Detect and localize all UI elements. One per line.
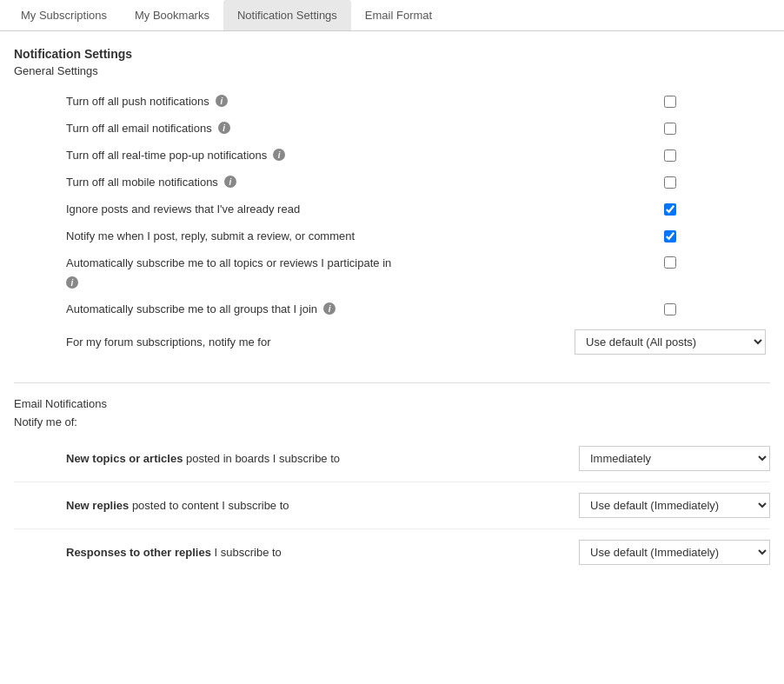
general-settings-section: Turn off all push notifications i Turn o… [14, 88, 770, 362]
new-topics-rest-label: posted in boards I subscribe to [183, 452, 340, 465]
responses-select[interactable]: Use default (Immediately) Immediately Da… [579, 540, 770, 565]
email-notifications-section: Email Notifications Notify me of: New to… [14, 397, 770, 575]
push-notifications-checkbox[interactable] [664, 96, 676, 108]
notify-label: Notify me of: [14, 415, 770, 428]
forum-subscription-select[interactable]: Use default (All posts) No posts All pos… [575, 329, 766, 355]
responses-bold-label: Responses to other replies [66, 546, 211, 559]
new-replies-bold-label: New replies [66, 499, 129, 512]
push-notifications-label: Turn off all push notifications [66, 95, 209, 108]
mobile-notifications-control [570, 176, 770, 189]
email-notifications-checkbox[interactable] [664, 123, 676, 135]
tab-my-bookmarks[interactable]: My Bookmarks [121, 0, 223, 30]
responses-rest-label: I subscribe to [211, 546, 282, 559]
mobile-notifications-checkbox[interactable] [664, 176, 676, 189]
setting-row-mobile-notifications: Turn off all mobile notifications i [14, 169, 770, 196]
forum-subscriptions-label: For my forum subscriptions, notify me fo… [66, 335, 271, 349]
auto-subscribe-groups-info-icon[interactable]: i [323, 302, 336, 315]
notify-own-posts-label: Notify me when I post, reply, submit a r… [66, 229, 355, 242]
auto-subscribe-topics-checkbox[interactable] [664, 256, 676, 269]
setting-row-push-notifications: Turn off all push notifications i [14, 88, 770, 115]
mobile-notifications-info-icon[interactable]: i [224, 176, 236, 188]
setting-row-email-notifications: Turn off all email notifications i [14, 115, 770, 142]
setting-row-auto-subscribe-groups: Automatically subscribe me to all groups… [14, 296, 770, 322]
notify-own-posts-checkbox[interactable] [664, 230, 676, 242]
new-topics-bold-label: New topics or articles [66, 452, 183, 465]
new-replies-control: Use default (Immediately) Immediately Da… [579, 493, 770, 518]
push-notifications-info-icon[interactable]: i [216, 95, 228, 107]
forum-subscriptions-control: Use default (All posts) No posts All pos… [570, 329, 770, 355]
ignore-read-label: Ignore posts and reviews that I've alrea… [66, 203, 300, 216]
general-settings-subtitle: General Settings [14, 64, 770, 77]
auto-subscribe-groups-control [570, 303, 770, 315]
auto-subscribe-groups-checkbox[interactable] [664, 303, 676, 315]
tab-bar: My Subscriptions My Bookmarks Notificati… [0, 0, 784, 31]
setting-row-popup-notifications: Turn off all real-time pop-up notificati… [14, 142, 770, 169]
tab-email-format[interactable]: Email Format [351, 0, 446, 30]
new-replies-select[interactable]: Use default (Immediately) Immediately Da… [579, 493, 770, 518]
popup-notifications-control [570, 149, 770, 162]
tab-my-subscriptions[interactable]: My Subscriptions [7, 0, 121, 30]
tab-notification-settings[interactable]: Notification Settings [223, 0, 351, 30]
email-notifications-label: Turn off all email notifications [66, 122, 212, 135]
email-row-new-topics: New topics or articles posted in boards … [14, 435, 770, 482]
mobile-notifications-label: Turn off all mobile notifications [66, 176, 218, 189]
email-notifications-info-icon[interactable]: i [218, 122, 230, 134]
email-section-title: Email Notifications [14, 397, 770, 410]
auto-subscribe-topics-info-icon[interactable]: i [66, 276, 78, 289]
popup-notifications-checkbox[interactable] [664, 149, 676, 162]
ignore-read-checkbox[interactable] [664, 203, 676, 216]
email-notifications-control [570, 123, 770, 135]
setting-row-ignore-read: Ignore posts and reviews that I've alrea… [14, 196, 770, 222]
ignore-read-control [570, 203, 770, 216]
setting-row-notify-own-posts: Notify me when I post, reply, submit a r… [14, 222, 770, 249]
new-topics-select[interactable]: Immediately Daily Weekly Never [579, 446, 770, 471]
notify-own-posts-control [570, 230, 770, 242]
auto-subscribe-topics-label: Automatically subscribe me to all topics… [66, 256, 391, 269]
auto-subscribe-topics-control [570, 256, 770, 269]
auto-subscribe-groups-label: Automatically subscribe me to all groups… [66, 302, 317, 315]
setting-row-auto-subscribe-topics: Automatically subscribe me to all topics… [14, 249, 770, 296]
new-topics-control: Immediately Daily Weekly Never [579, 446, 770, 471]
setting-row-forum-subscriptions: For my forum subscriptions, notify me fo… [14, 322, 770, 362]
main-content: Notification Settings General Settings T… [0, 31, 784, 591]
popup-notifications-label: Turn off all real-time pop-up notificati… [66, 149, 267, 162]
email-row-new-replies: New replies posted to content I subscrib… [14, 482, 770, 529]
popup-notifications-info-icon[interactable]: i [273, 149, 285, 161]
push-notifications-control [570, 96, 770, 108]
divider-email [14, 382, 770, 383]
page-title: Notification Settings [14, 47, 770, 61]
responses-control: Use default (Immediately) Immediately Da… [579, 540, 770, 565]
email-row-responses: Responses to other replies I subscribe t… [14, 529, 770, 575]
new-replies-rest-label: posted to content I subscribe to [129, 499, 289, 512]
